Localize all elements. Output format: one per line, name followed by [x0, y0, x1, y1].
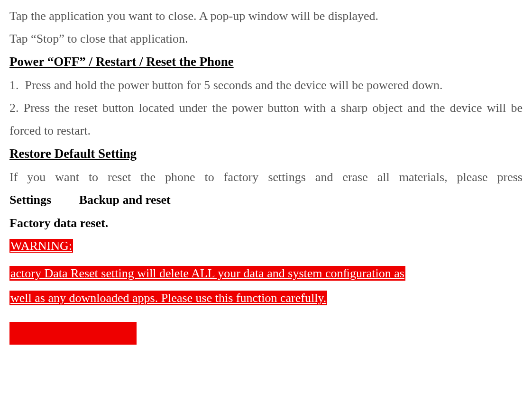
- warning-line-2: well as any downloaded apps. Please use …: [9, 291, 327, 305]
- restore-text: If you want to reset the phone to factor…: [9, 166, 523, 211]
- restore-gap: [51, 193, 79, 207]
- power-step-1: 1. Press and hold the power button for 5…: [9, 74, 523, 97]
- warning-label: WARNING:: [9, 239, 73, 253]
- heading-power-off: Power “OFF” / Restart / Reset the Phone: [9, 50, 523, 74]
- power-step-2: 2. Press the reset button located under …: [9, 97, 523, 142]
- red-block: [9, 322, 137, 345]
- warning-body: actory Data Reset setting will delete AL…: [9, 261, 523, 311]
- backup-reset-label: Backup and reset: [79, 193, 171, 207]
- settings-label: Settings: [9, 193, 51, 207]
- heading-restore-default: Restore Default Setting: [9, 142, 523, 166]
- warning-label-container: WARNING:: [9, 235, 523, 257]
- factory-data-reset-label: Factory data reset.: [9, 212, 523, 235]
- restore-text-before: If you want to reset the phone to factor…: [9, 170, 523, 184]
- intro-line-1: Tap the application you want to close. A…: [9, 5, 523, 27]
- warning-line-1: actory Data Reset setting will delete AL…: [9, 266, 405, 281]
- intro-line-2: Tap “Stop” to close that application.: [9, 27, 523, 50]
- spacer: [9, 257, 523, 261]
